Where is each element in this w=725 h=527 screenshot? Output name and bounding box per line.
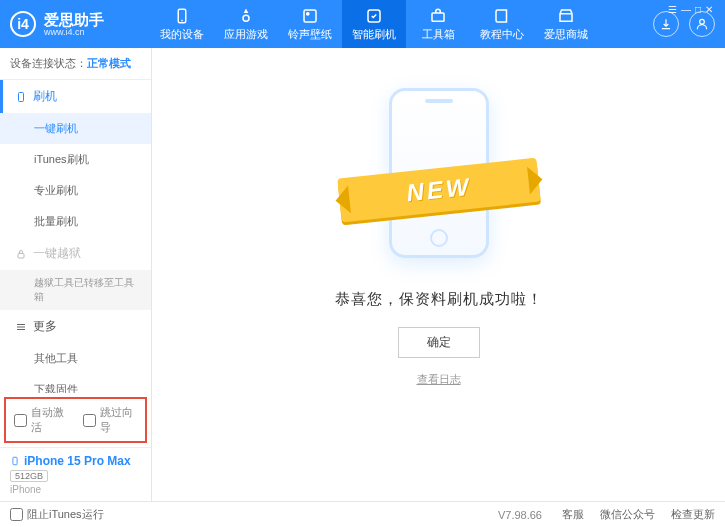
close-icon[interactable]: ✕: [705, 4, 713, 15]
phone-icon: [173, 7, 191, 25]
apps-icon: [237, 7, 255, 25]
main-content: NEW 恭喜您，保资料刷机成功啦！ 确定 查看日志: [152, 48, 725, 501]
footer: 阻止iTunes运行 V7.98.66 客服 微信公众号 检查更新: [0, 501, 725, 527]
footer-links: 客服 微信公众号 检查更新: [562, 507, 715, 522]
jailbreak-note: 越狱工具已转移至工具箱: [0, 270, 151, 310]
section-flash[interactable]: 刷机: [0, 80, 151, 113]
device-type: iPhone: [10, 484, 141, 495]
svg-point-7: [700, 19, 705, 24]
maximize-icon[interactable]: □: [695, 4, 701, 15]
checkbox-block-itunes[interactable]: 阻止iTunes运行: [10, 507, 104, 522]
sidebar: 设备连接状态：正常模式 刷机 一键刷机 iTunes刷机 专业刷机 批量刷机 一…: [0, 48, 152, 501]
book-icon: [493, 7, 511, 25]
nav-my-device[interactable]: 我的设备: [150, 0, 214, 48]
device-name: iPhone 15 Pro Max: [10, 454, 141, 468]
nav-apps[interactable]: 应用游戏: [214, 0, 278, 48]
svg-rect-6: [432, 13, 444, 21]
sidebar-item-othertools[interactable]: 其他工具: [0, 343, 151, 374]
checkbox-skip-guide[interactable]: 跳过向导: [83, 405, 138, 435]
download-icon: [659, 17, 673, 31]
footer-support[interactable]: 客服: [562, 507, 584, 522]
nav-ringtones[interactable]: 铃声壁纸: [278, 0, 342, 48]
brand-name: 爱思助手: [44, 12, 104, 27]
store-icon: [557, 7, 575, 25]
svg-rect-8: [19, 92, 24, 101]
footer-wechat[interactable]: 微信公众号: [600, 507, 655, 522]
phone-small-icon: [15, 91, 27, 103]
svg-rect-3: [304, 10, 316, 22]
logo-icon: i4: [10, 11, 36, 37]
minimize-icon[interactable]: —: [681, 4, 691, 15]
titlebar: i4 爱思助手 www.i4.cn 我的设备 应用游戏 铃声壁纸 智能刷机 工具…: [0, 0, 725, 48]
sidebar-item-pro[interactable]: 专业刷机: [0, 175, 151, 206]
connection-status: 设备连接状态：正常模式: [0, 48, 151, 80]
menu-icon[interactable]: ☰: [668, 4, 677, 15]
sidebar-item-itunes[interactable]: iTunes刷机: [0, 144, 151, 175]
list-icon: [15, 321, 27, 333]
sidebar-item-batch[interactable]: 批量刷机: [0, 206, 151, 237]
titlebar-right: ☰ — □ ✕: [653, 11, 715, 37]
device-block[interactable]: iPhone 15 Pro Max 512GB iPhone: [0, 447, 151, 501]
sidebar-item-firmware[interactable]: 下载固件: [0, 374, 151, 393]
section-more[interactable]: 更多: [0, 310, 151, 343]
footer-update[interactable]: 检查更新: [671, 507, 715, 522]
view-log-link[interactable]: 查看日志: [417, 372, 461, 387]
topnav: 我的设备 应用游戏 铃声壁纸 智能刷机 工具箱 教程中心 爱思商城: [150, 0, 598, 48]
user-icon: [695, 17, 709, 31]
image-icon: [301, 7, 319, 25]
svg-point-4: [307, 12, 309, 14]
success-illustration: NEW: [329, 78, 549, 268]
nav-store[interactable]: 爱思商城: [534, 0, 598, 48]
nav-flash[interactable]: 智能刷机: [342, 0, 406, 48]
storage-badge: 512GB: [10, 470, 48, 482]
svg-rect-13: [13, 457, 17, 465]
brand-block: i4 爱思助手 www.i4.cn: [10, 11, 150, 37]
window-controls: ☰ — □ ✕: [668, 4, 717, 15]
version-label: V7.98.66: [498, 509, 542, 521]
svg-point-2: [243, 15, 249, 21]
device-icon: [10, 454, 20, 468]
nav-toolbox[interactable]: 工具箱: [406, 0, 470, 48]
lock-icon: [15, 248, 27, 260]
sidebar-item-oneclick[interactable]: 一键刷机: [0, 113, 151, 144]
svg-rect-9: [18, 253, 24, 258]
sidebar-options-box: 自动激活 跳过向导: [4, 397, 147, 443]
success-message: 恭喜您，保资料刷机成功啦！: [335, 290, 543, 309]
toolbox-icon: [429, 7, 447, 25]
checkbox-auto-activate[interactable]: 自动激活: [14, 405, 69, 435]
nav-tutorials[interactable]: 教程中心: [470, 0, 534, 48]
brand-url: www.i4.cn: [44, 27, 104, 37]
confirm-button[interactable]: 确定: [398, 327, 480, 358]
section-jailbreak: 一键越狱: [0, 237, 151, 270]
flash-icon: [365, 7, 383, 25]
